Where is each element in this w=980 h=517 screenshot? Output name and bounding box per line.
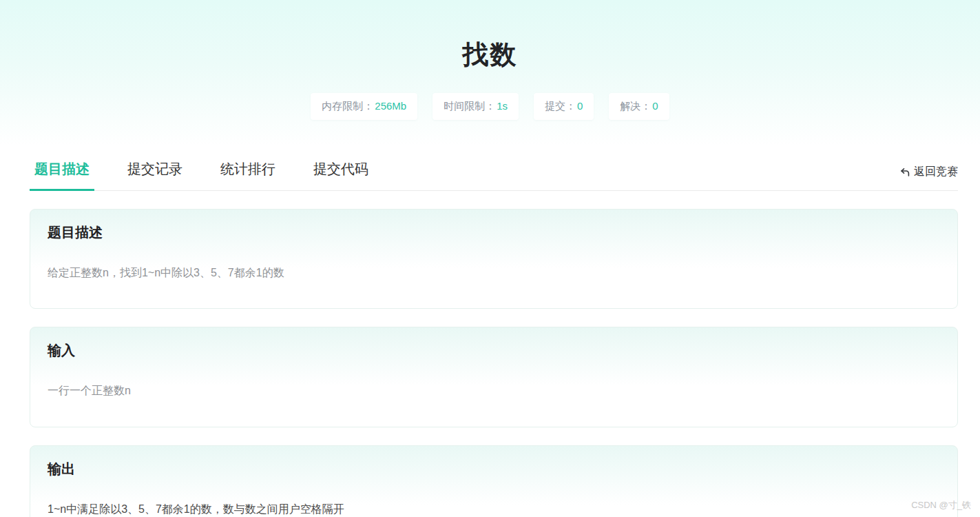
tab-problem-description[interactable]: 题目描述: [30, 156, 94, 191]
stat-submissions: 提交：0: [534, 93, 594, 120]
stat-memory-limit: 内存限制：256Mb: [311, 93, 417, 120]
stat-label: 提交：: [545, 100, 576, 112]
back-to-contest-link[interactable]: 返回竞赛: [899, 165, 958, 190]
stat-value: 1s: [497, 100, 508, 112]
stat-label: 时间限制：: [444, 100, 495, 112]
section-heading: 输出: [48, 460, 940, 478]
section-body: 1~n中满足除以3、5、7都余1的数，数与数之间用户空格隔开: [48, 502, 940, 517]
section-body: 给定正整数n，找到1~n中除以3、5、7都余1的数: [48, 265, 940, 281]
stat-label: 解决：: [620, 100, 651, 112]
stat-value: 256Mb: [375, 100, 406, 112]
stat-time-limit: 时间限制：1s: [432, 93, 519, 120]
tab-submission-records[interactable]: 提交记录: [123, 156, 187, 191]
section-input: 输入 一行一个正整数n: [30, 327, 958, 427]
problem-stats-row: 内存限制：256Mb 时间限制：1s 提交：0 解决：0: [0, 93, 980, 120]
back-to-contest-label: 返回竞赛: [914, 165, 958, 179]
problem-title: 找数: [0, 0, 980, 72]
stat-value: 0: [652, 100, 658, 112]
section-problem-description: 题目描述 给定正整数n，找到1~n中除以3、5、7都余1的数: [30, 209, 958, 309]
csdn-watermark: CSDN @寸_铁: [911, 499, 971, 511]
stat-label: 内存限制：: [322, 100, 373, 112]
section-output: 输出 1~n中满足除以3、5、7都余1的数，数与数之间用户空格隔开: [30, 445, 958, 517]
problem-header: 找数 内存限制：256Mb 时间限制：1s 提交：0 解决：0: [0, 0, 980, 146]
section-body: 一行一个正整数n: [48, 383, 940, 398]
section-heading: 输入: [48, 341, 940, 360]
problem-content: 题目描述 提交记录 统计排行 提交代码 返回竞赛 题目描述 给定正整数n，找到1…: [30, 156, 958, 517]
stat-value: 0: [577, 100, 583, 112]
tab-submit-code[interactable]: 提交代码: [309, 156, 373, 191]
tab-bar: 题目描述 提交记录 统计排行 提交代码 返回竞赛: [30, 156, 958, 191]
return-arrow-icon: [899, 167, 910, 178]
stat-solved: 解决：0: [609, 93, 669, 120]
section-heading: 题目描述: [48, 223, 940, 242]
tab-statistics-ranking[interactable]: 统计排行: [216, 156, 280, 191]
